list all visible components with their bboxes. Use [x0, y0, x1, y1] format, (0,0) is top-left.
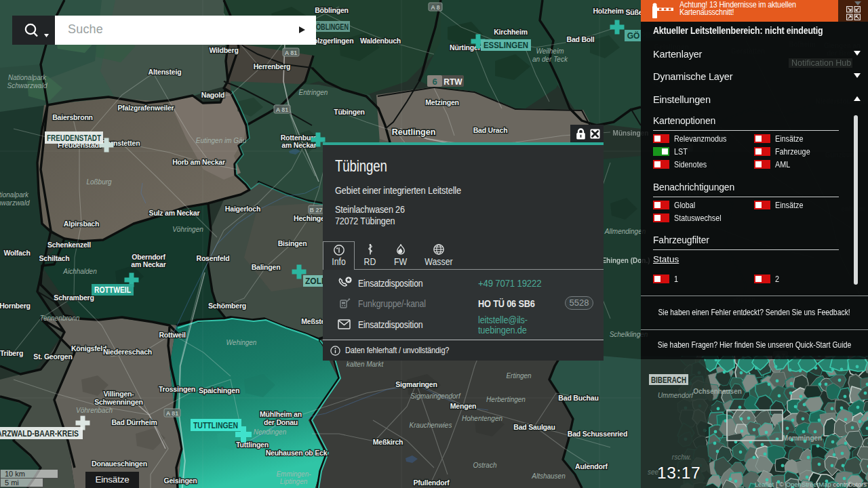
- svg-text:Rottweil: Rottweil: [159, 331, 186, 339]
- svg-text:Wolfach: Wolfach: [3, 249, 30, 257]
- svg-text:Spaichingen: Spaichingen: [199, 386, 239, 394]
- svg-text:Böblingen: Böblingen: [315, 6, 349, 14]
- svg-text:Altshausen: Altshausen: [531, 472, 566, 480]
- svg-text:Altensteig: Altensteig: [149, 68, 182, 76]
- svg-text:Geisingen: Geisingen: [164, 476, 197, 485]
- svg-text:Weilheim: Weilheim: [536, 47, 564, 55]
- svg-text:Rosenfeld: Rosenfeld: [197, 254, 230, 262]
- svg-text:Nagold: Nagold: [201, 91, 224, 99]
- svg-text:Bad Dürrheim: Bad Dürrheim: [111, 418, 157, 426]
- svg-text:Meßkirch: Meßkirch: [373, 438, 403, 446]
- svg-text:Sulz am Neckar: Sulz am Neckar: [149, 209, 200, 217]
- svg-text:6: 6: [432, 77, 437, 87]
- svg-text:Tennenbronn: Tennenbronn: [40, 314, 80, 322]
- svg-text:B 27: B 27: [309, 207, 322, 214]
- svg-text:Villingen-: Villingen-: [103, 390, 134, 398]
- svg-text:Mengen: Mengen: [450, 402, 476, 410]
- svg-text:Emmingen-: Emmingen-: [276, 470, 311, 478]
- svg-text:ESSLINGEN: ESSLINGEN: [484, 40, 528, 50]
- svg-text:Ochsenhausen: Ochsenhausen: [693, 388, 742, 395]
- svg-text:Mühlheim an: Mühlheim an: [260, 410, 302, 418]
- svg-text:Tübingen: Tübingen: [334, 108, 365, 116]
- svg-text:Baiersbronn: Baiersbronn: [52, 113, 93, 121]
- svg-text:Holzheim: Holzheim: [593, 7, 623, 15]
- svg-text:A 8: A 8: [431, 4, 440, 11]
- svg-text:Schwenningen: Schwenningen: [94, 398, 143, 406]
- svg-text:Bad Boll: Bad Boll: [567, 35, 595, 43]
- svg-text:Krauchenwies: Krauchenwies: [410, 422, 452, 429]
- svg-text:Bad Schussenried: Bad Schussenried: [568, 430, 627, 438]
- svg-text:Bisingen: Bisingen: [278, 239, 307, 247]
- svg-text:Liptingen: Liptingen: [280, 478, 308, 485]
- svg-text:Schwarzwald: Schwarzwald: [0, 199, 30, 207]
- svg-text:Nationalpark: Nationalpark: [8, 74, 47, 81]
- svg-text:Sigmaringen: Sigmaringen: [395, 380, 437, 388]
- svg-text:Herrenberg: Herrenberg: [254, 62, 291, 70]
- svg-text:Nendingen: Nendingen: [254, 428, 287, 436]
- svg-text:Ertingen: Ertingen: [506, 372, 532, 380]
- svg-text:Haigerloch: Haigerloch: [225, 205, 260, 213]
- svg-text:Reutlingen: Reutlingen: [392, 127, 436, 137]
- svg-text:Bad Urach: Bad Urach: [473, 126, 508, 134]
- svg-text:Memmingen: Memmingen: [783, 434, 822, 442]
- svg-text:Hohentengen: Hohentengen: [462, 415, 502, 422]
- svg-text:Vöhrenbach: Vöhrenbach: [76, 407, 113, 414]
- svg-text:Bad Saulgau: Bad Saulgau: [513, 423, 555, 431]
- svg-text:ÖBLINGEN: ÖBLINGEN: [316, 22, 349, 32]
- svg-text:Wildberg: Wildberg: [209, 46, 238, 54]
- svg-text:am Neckar: am Neckar: [131, 260, 165, 268]
- svg-text:Schiltach: Schiltach: [39, 254, 70, 262]
- svg-text:Ummendorf: Ummendorf: [658, 392, 694, 399]
- svg-text:Aichhalden: Aichhalden: [62, 268, 97, 275]
- svg-text:kalten Markt: kalten Markt: [347, 361, 384, 368]
- svg-text:Bad Buchau: Bad Buchau: [558, 394, 598, 402]
- svg-text:der Donau: der Donau: [264, 418, 298, 426]
- svg-text:Eutingen im Gäu: Eutingen im Gäu: [196, 137, 247, 144]
- svg-text:GÖ: GÖ: [627, 30, 640, 41]
- svg-text:Aulendorf: Aulendorf: [575, 462, 608, 470]
- svg-text:Donaueschingen: Donaueschingen: [92, 460, 147, 468]
- svg-text:Sigmaringendorf: Sigmaringendorf: [410, 392, 461, 400]
- svg-text:BIBERACH: BIBERACH: [651, 375, 686, 385]
- svg-text:FREUDENSTADT: FREUDENSTADT: [47, 134, 101, 143]
- svg-text:A 81: A 81: [276, 106, 289, 113]
- svg-text:Balingen: Balingen: [252, 263, 281, 271]
- svg-text:Waldenbuch: Waldenbuch: [360, 37, 401, 45]
- svg-text:SCHWARZWALD-BAAR-KREIS: SCHWARZWALD-BAAR-KREIS: [0, 429, 79, 439]
- svg-text:Neuhausen ob Eck: Neuhausen ob Eck: [266, 449, 328, 457]
- svg-text:RTW: RTW: [443, 77, 462, 87]
- svg-text:am Neckar: am Neckar: [281, 141, 316, 149]
- svg-text:Pfalzgrafenweiler: Pfalzgrafenweiler: [118, 104, 174, 112]
- svg-text:Allmendingen: Allmendingen: [604, 228, 646, 235]
- svg-text:A 81: A 81: [285, 49, 298, 56]
- svg-text:Königsfeld: Königsfeld: [71, 344, 106, 352]
- svg-text:ROTTWEIL: ROTTWEIL: [94, 285, 131, 295]
- svg-text:Niedereschach: Niedereschach: [103, 348, 152, 356]
- svg-text:Horb am Neckar: Horb am Neckar: [172, 158, 225, 166]
- svg-text:Trossingen: Trossingen: [159, 385, 195, 393]
- svg-text:St. Georgen: St. Georgen: [33, 352, 72, 361]
- svg-text:TUTTLINGEN: TUTTLINGEN: [193, 421, 238, 430]
- svg-text:Alpirsbach: Alpirsbach: [64, 220, 99, 228]
- svg-text:Schramberg: Schramberg: [54, 293, 94, 302]
- svg-text:Ostrach: Ostrach: [473, 462, 496, 469]
- svg-text:Schwarzwald: Schwarzwald: [7, 82, 47, 89]
- svg-text:Pfullendorf: Pfullendorf: [413, 479, 450, 487]
- svg-text:Triberg: Triberg: [0, 349, 23, 357]
- svg-text:Vöhringen: Vöhringen: [172, 226, 203, 233]
- svg-text:Hornberg: Hornberg: [0, 302, 31, 310]
- svg-text:Schömberg: Schömberg: [208, 302, 246, 310]
- svg-text:Herbertingen: Herbertingen: [486, 396, 526, 403]
- svg-text:Kirchheim: Kirchheim: [494, 28, 528, 36]
- svg-text:Nationalpark: Nationalpark: [0, 191, 29, 199]
- svg-text:Schenkenzell: Schenkenzell: [47, 241, 91, 249]
- svg-text:Loßburg: Loßburg: [86, 178, 112, 186]
- svg-text:Metzingen: Metzingen: [425, 98, 459, 106]
- svg-text:an der Teck: an der Teck: [532, 56, 568, 63]
- svg-text:A 81: A 81: [166, 410, 179, 417]
- svg-text:Wehingen: Wehingen: [226, 339, 257, 346]
- svg-text:rschw.: rschw.: [672, 453, 691, 461]
- svg-text:Entringen: Entringen: [299, 89, 328, 96]
